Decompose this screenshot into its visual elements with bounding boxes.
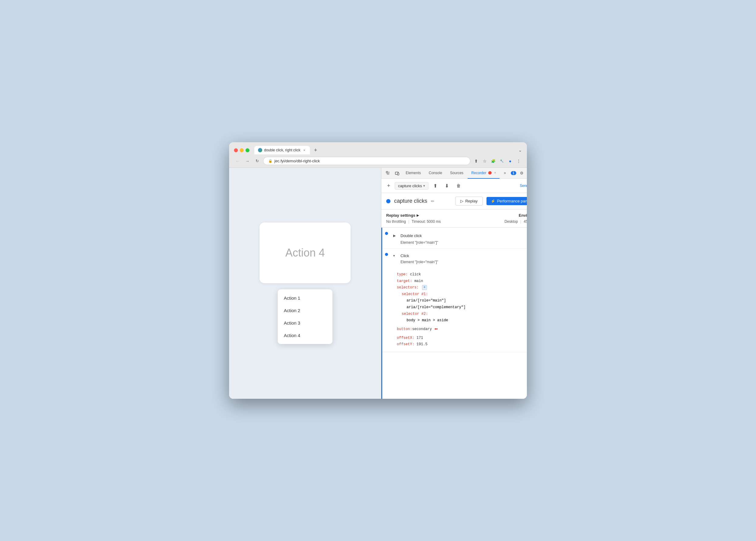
- profile-icon[interactable]: ●: [507, 158, 514, 165]
- step1-dot: [385, 232, 388, 235]
- menu-item-action4[interactable]: Action 4: [278, 329, 332, 341]
- element-picker-button[interactable]: [384, 169, 392, 178]
- more-menu-icon[interactable]: ⋮: [515, 158, 522, 165]
- traffic-lights: [234, 148, 249, 152]
- address-bar: ← → ↻ 🔒 jec.fyi/demo/dbl-right-click ⬆ ☆…: [229, 154, 527, 168]
- code-selectors-line: selectors: R: [397, 284, 466, 291]
- recording-select-label: capture clicks: [398, 184, 422, 188]
- browser-window: double click, right click × + ⌄ ← → ↻ 🔒 …: [229, 142, 527, 399]
- url-text: jec.fyi/demo/dbl-right-click: [274, 159, 320, 163]
- performance-panel-button[interactable]: ⚡ Performance panel: [487, 197, 527, 205]
- tab-recorder-close[interactable]: ×: [494, 171, 496, 175]
- address-input[interactable]: 🔒 jec.fyi/demo/dbl-right-click: [263, 157, 470, 165]
- action4-card: Action 4: [259, 223, 351, 283]
- code-button-key: button:: [397, 326, 412, 333]
- step1-menu-button[interactable]: ⋮: [525, 232, 527, 239]
- performance-panel-group: ⚡ Performance panel ▾: [487, 197, 527, 205]
- replay-settings-label[interactable]: Replay settings ▶: [386, 213, 441, 218]
- new-tab-button[interactable]: +: [311, 146, 320, 154]
- back-button[interactable]: ←: [234, 158, 241, 165]
- send-feedback-link[interactable]: Send feedback: [520, 184, 527, 188]
- code-offsety-value: 191.5: [417, 342, 428, 346]
- maximize-traffic-light[interactable]: [245, 148, 249, 152]
- devtools-icon[interactable]: 🔧: [498, 158, 505, 165]
- code-offsetx-value: 171: [417, 336, 423, 340]
- step2-title: Click: [401, 254, 409, 258]
- step2-content: ▾ Click ⋮ Element "[role="main"]": [391, 249, 527, 268]
- replay-play-icon: ▷: [460, 199, 463, 203]
- export-button[interactable]: ⬆: [431, 181, 440, 190]
- menu-item-action2[interactable]: Action 2: [278, 304, 332, 317]
- step2-expand-icon[interactable]: ▾: [393, 254, 398, 258]
- settings-expand-icon: ▶: [417, 214, 419, 217]
- tab-elements[interactable]: Elements: [402, 168, 425, 179]
- step-click: ▾ Click ⋮ Element "[role="main"]" type:: [382, 249, 527, 352]
- tab-console-label: Console: [429, 171, 442, 175]
- desktop-text: Desktop: [505, 220, 518, 224]
- settings-separator: |: [408, 220, 409, 224]
- puzzle-icon[interactable]: 🧩: [490, 158, 497, 165]
- steps-container: ▶ Double click ⋮ ⬅ Element "[role="main"…: [381, 228, 527, 399]
- code-target-key: target:: [397, 279, 412, 283]
- no-throttling-text: No throttling: [386, 220, 406, 224]
- action4-label: Action 4: [285, 247, 325, 259]
- step-double-click: ▶ Double click ⋮ ⬅ Element "[role="main"…: [382, 228, 527, 249]
- menu-item-action3[interactable]: Action 3: [278, 317, 332, 329]
- menu-item-action1[interactable]: Action 1: [278, 292, 332, 304]
- step2-row: ▾ Click ⋮ Element "[role="main"]": [382, 249, 527, 268]
- code-selector2-key: selector #2:: [402, 312, 428, 316]
- refresh-button[interactable]: ↻: [253, 158, 261, 165]
- step1-expand-icon[interactable]: ▶: [393, 234, 398, 238]
- recording-header: capture clicks ✏ ▷ Replay ⚡ Performance …: [381, 193, 527, 210]
- code-type-key: type:: [397, 272, 408, 276]
- code-target-line: target: main: [397, 278, 466, 285]
- code-offsetx-line: offsetX: 171: [397, 335, 466, 341]
- bookmark-icon[interactable]: ☆: [481, 158, 488, 165]
- step1-indicator: [382, 228, 391, 239]
- code-selector2-val1: body > main > aside: [397, 317, 466, 324]
- code-offsety-key: offsetY:: [397, 342, 414, 346]
- tab-recorder[interactable]: Recorder 🔴 ×: [468, 168, 500, 179]
- responsive-view-button[interactable]: [393, 169, 401, 178]
- refresh-icon: ↻: [255, 159, 259, 163]
- performance-icon: ⚡: [491, 199, 495, 203]
- lock-icon: 🔒: [268, 159, 272, 163]
- add-recording-button[interactable]: +: [385, 182, 392, 189]
- replay-button[interactable]: ▷ Replay: [455, 197, 483, 206]
- add-icon: +: [387, 183, 390, 189]
- code-selector1-val2: aria/[role="complementary"]: [397, 304, 466, 311]
- delete-button[interactable]: 🗑: [454, 181, 463, 190]
- active-tab[interactable]: double click, right click ×: [254, 146, 310, 154]
- code-type-value: click: [410, 272, 421, 276]
- devtools-tab-more: » 1 ⚙ ⋮ ×: [500, 168, 527, 179]
- steps-area: ▶ Double click ⋮ ⬅ Element "[role="main"…: [382, 228, 527, 399]
- replay-settings-text: Replay settings: [386, 213, 415, 218]
- svg-rect-2: [397, 173, 399, 175]
- code-button-value: secondary: [412, 326, 432, 333]
- minimize-traffic-light[interactable]: [240, 148, 244, 152]
- forward-button[interactable]: →: [244, 158, 251, 165]
- tab-console[interactable]: Console: [425, 168, 446, 179]
- address-toolbar-icons: ⬆ ☆ 🧩 🔧 ● ⋮: [473, 158, 522, 165]
- code-button-line: button: secondary ⬅: [397, 324, 466, 335]
- tab-more-button[interactable]: »: [500, 168, 510, 179]
- recording-select[interactable]: capture clicks ▾: [395, 182, 428, 190]
- tab-close-button[interactable]: ×: [302, 148, 306, 152]
- settings-right: Environment Desktop | 458×566 px: [505, 213, 527, 224]
- recorder-toolbar: + capture clicks ▾ ⬆ ⬇ 🗑 Send feedback: [381, 179, 527, 193]
- step2-subtitle: Element "[role="main"]": [393, 260, 527, 264]
- code-offsety-line: offsetY: 191.5: [397, 341, 466, 348]
- step1-header: ▶ Double click ⋮ ⬅: [393, 231, 527, 240]
- close-traffic-light[interactable]: [234, 148, 238, 152]
- import-button[interactable]: ⬇: [442, 181, 452, 190]
- code-selector2-line: selector #2:: [397, 311, 466, 317]
- environment-label: Environment: [505, 213, 527, 218]
- devtools-settings-icon[interactable]: ⚙: [518, 169, 526, 178]
- step1-subtitle: Element "[role="main"]": [393, 241, 527, 245]
- edit-recording-icon[interactable]: ✏: [431, 199, 435, 204]
- back-icon: ←: [235, 159, 240, 164]
- tab-sources[interactable]: Sources: [446, 168, 467, 179]
- timeout-text: Timeout: 5000 ms: [412, 220, 441, 224]
- share-icon[interactable]: ⬆: [473, 158, 480, 165]
- button-arrow-indicator: ⬅: [434, 324, 438, 335]
